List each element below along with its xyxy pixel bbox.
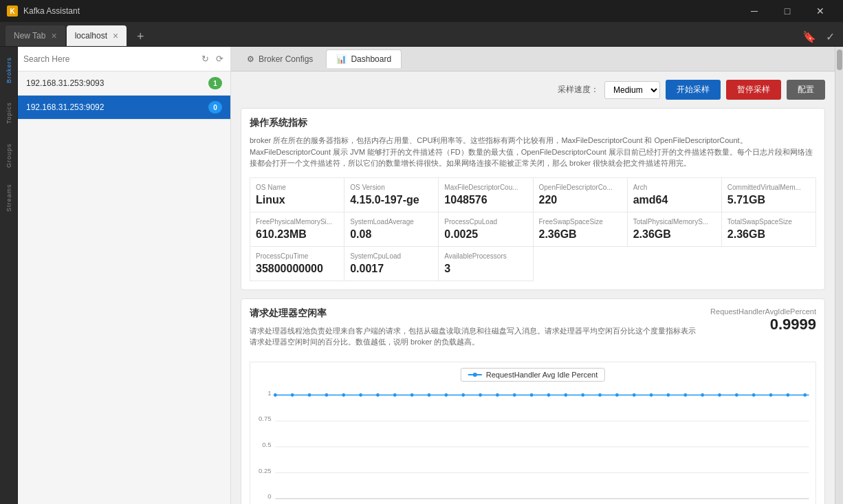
sidebar-item-streams[interactable]: Streams — [1, 177, 17, 219]
app-title: Kafka Assistant — [23, 6, 80, 16]
svg-text:1: 1 — [267, 388, 271, 396]
metric-value: 5.71GB — [727, 194, 810, 206]
metric-value: 0.08 — [350, 228, 433, 241]
metric-name: OS Version — [350, 184, 433, 191]
broker-configs-icon: ⚙ — [247, 54, 254, 64]
right-scrollbar[interactable] — [835, 47, 843, 504]
svg-point-36 — [581, 393, 584, 397]
os-metrics-desc: broker 所在所在的服务器指标，包括内存占用量、CPU利用率等。这些指标有两… — [250, 135, 816, 169]
app-icon: K — [7, 6, 18, 17]
metric-value: 2.36GB — [727, 228, 810, 241]
svg-point-29 — [461, 393, 465, 397]
chart-svg: 0 0.25 0.5 0.75 1 09:39 — [250, 362, 815, 505]
svg-point-43 — [701, 393, 704, 397]
metric-cell: ProcessCpuLoad0.0025 — [439, 212, 533, 247]
search-input[interactable] — [23, 54, 196, 64]
metric-cell: CommittedVirtualMem...5.71GB — [722, 178, 816, 212]
broker-badge-1: 0 — [208, 101, 222, 113]
metric-name: OpenFileDescriptorCo... — [539, 184, 622, 191]
svg-point-47 — [769, 393, 773, 397]
tab-bar: New Tab × localhost × + 🔖 ✓ — [0, 22, 843, 47]
metric-cell: FreePhysicalMemorySi...610.23MB — [250, 212, 344, 247]
bookmark-button[interactable]: 🔖 — [800, 28, 819, 46]
svg-text:0: 0 — [267, 492, 272, 500]
dashboard-label: Dashboard — [351, 54, 391, 64]
svg-point-25 — [393, 393, 397, 397]
close-button[interactable]: ✕ — [804, 0, 836, 22]
broker-item-0[interactable]: 192.168.31.253:9093 1 — [18, 72, 230, 96]
tab-bar-right: 🔖 ✓ — [800, 28, 837, 46]
metric-value: 2.36GB — [633, 228, 716, 241]
broker-item-1[interactable]: 192.168.31.253:9092 0 — [18, 96, 230, 120]
sidebar-item-groups[interactable]: Groups — [1, 135, 17, 176]
add-tab-button[interactable]: + — [131, 27, 150, 46]
stop-sampling-button[interactable]: 暂停采样 — [726, 80, 781, 100]
chart-legend: RequestHandler Avg Idle Percent — [461, 368, 605, 382]
metrics-grid: OS NameLinuxOS Version4.15.0-197-geMaxFi… — [250, 177, 816, 281]
start-sampling-button[interactable]: 开始采样 — [666, 80, 721, 100]
tab-dashboard[interactable]: 📊 Dashboard — [326, 50, 402, 68]
tab-new-tab-close[interactable]: × — [51, 30, 56, 41]
broker-badge-0: 1 — [208, 77, 222, 89]
svg-point-41 — [667, 393, 670, 397]
sampling-speed-select[interactable]: Medium Slow Fast — [604, 81, 660, 99]
metric-value: 0.0025 — [444, 228, 527, 241]
svg-text:0.5: 0.5 — [262, 440, 271, 448]
request-handler-title: 请求处理器空闲率 — [250, 307, 697, 320]
refresh-button[interactable]: ↻ — [200, 52, 210, 65]
os-metrics-title: 操作系统指标 — [250, 117, 816, 129]
svg-point-23 — [359, 393, 362, 397]
metric-value: 4.15.0-197-ge — [350, 194, 433, 206]
request-metric-value: 0.9999 — [710, 316, 816, 333]
svg-point-40 — [650, 393, 653, 397]
maximize-button[interactable]: □ — [771, 0, 803, 22]
broker-list: 192.168.31.253:9093 1 192.168.31.253:909… — [18, 72, 230, 504]
metric-cell: TotalSwapSpaceSize2.36GB — [722, 212, 816, 247]
title-bar: K Kafka Assistant ─ □ ✕ — [0, 0, 843, 22]
metric-name: TotalPhysicalMemoryS... — [633, 218, 716, 226]
metric-value: 3 — [444, 263, 527, 275]
sidebar-item-topics[interactable]: Topics — [1, 92, 17, 133]
tab-localhost-label: localhost — [75, 31, 107, 41]
metric-cell: SystemLoadAverage0.08 — [344, 212, 439, 247]
minimize-button[interactable]: ─ — [738, 0, 770, 22]
metric-value: 2.36GB — [539, 228, 622, 241]
svg-point-46 — [752, 393, 756, 397]
tab-localhost-close[interactable]: × — [113, 30, 118, 41]
config-button[interactable]: 配置 — [787, 80, 825, 100]
metric-value: 0.0017 — [350, 263, 433, 275]
sidebar-item-brokers[interactable]: Brokers — [1, 50, 17, 91]
content-area[interactable]: 采样速度： Medium Slow Fast 开始采样 暂停采样 配置 操作系统… — [231, 72, 835, 504]
metric-value: 35800000000 — [256, 263, 338, 275]
svg-text:0.25: 0.25 — [259, 466, 272, 474]
sampling-speed-label: 采样速度： — [558, 84, 599, 96]
os-metrics-section: 操作系统指标 broker 所在所在的服务器指标，包括内存占用量、CPU利用率等… — [241, 108, 825, 290]
metric-name: FreeSwapSpaceSize — [539, 218, 622, 226]
tab-localhost[interactable]: localhost × — [67, 25, 127, 46]
metric-name: TotalSwapSpaceSize — [727, 218, 810, 226]
metric-cell: MaxFileDescriptorCou...1048576 — [439, 178, 533, 212]
legend-line-icon — [468, 374, 482, 375]
title-bar-left: K Kafka Assistant — [7, 6, 80, 17]
tab-new-tab[interactable]: New Tab × — [6, 25, 65, 46]
svg-point-39 — [633, 393, 636, 397]
check-button[interactable]: ✓ — [823, 28, 837, 46]
svg-point-38 — [615, 393, 619, 397]
svg-point-26 — [410, 393, 414, 397]
svg-point-22 — [342, 393, 345, 397]
content-tabs: ⚙ Broker Configs 📊 Dashboard — [231, 47, 835, 72]
tab-new-tab-label: New Tab — [14, 31, 45, 41]
svg-point-24 — [376, 393, 380, 397]
right-content: ⚙ Broker Configs 📊 Dashboard 采样速度： Mediu… — [231, 47, 835, 504]
metric-name: FreePhysicalMemorySi... — [256, 218, 338, 226]
tab-broker-configs[interactable]: ⚙ Broker Configs — [237, 50, 323, 68]
search-bar: ↻ ⟳ — [18, 47, 230, 72]
request-value-block: RequestHandlerAvgIdlePercent 0.9999 — [710, 307, 816, 333]
reload-button[interactable]: ⟳ — [215, 52, 225, 65]
request-metric-name: RequestHandlerAvgIdlePercent — [710, 307, 816, 316]
metric-cell: OpenFileDescriptorCo...220 — [534, 178, 628, 212]
metric-value: amd64 — [633, 194, 716, 206]
svg-point-34 — [547, 393, 551, 397]
dashboard-icon: 📊 — [336, 54, 347, 64]
svg-point-44 — [718, 393, 721, 397]
